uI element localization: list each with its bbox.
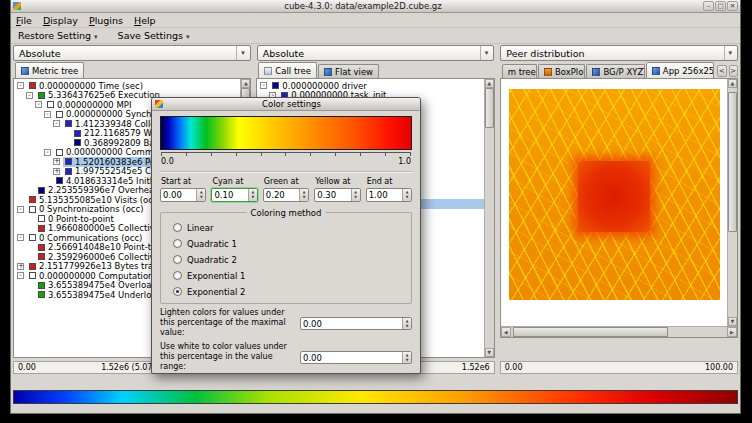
tab-scroll-right-icon[interactable]: >: [729, 65, 738, 77]
scrollbar-track[interactable]: [511, 327, 727, 337]
restore-setting-label: Restore Setting: [18, 30, 91, 41]
radio-quadratic-1[interactable]: Quadratic 1: [173, 237, 399, 250]
spinner-arrows-icon[interactable]: [196, 189, 205, 201]
collapse-icon[interactable]: -: [17, 234, 24, 241]
call-vertical-scrollbar[interactable]: ▲ ▼: [484, 79, 494, 357]
radio-icon[interactable]: [173, 223, 182, 232]
label-line: Lighten colors for values under: [160, 308, 292, 318]
spinner-arrows-icon[interactable]: [402, 189, 411, 201]
call-value-mode-select[interactable]: Absolute: [257, 45, 495, 61]
tab-scroll-left-icon[interactable]: <: [717, 65, 726, 77]
toolbar: Restore Setting Save Settings: [11, 28, 740, 44]
radio-icon[interactable]: [173, 271, 182, 280]
cyan-at-spinbox[interactable]: 0.10: [211, 188, 257, 202]
white-label: Use white to color values under this per…: [160, 342, 292, 372]
tab-metric-tree[interactable]: Metric tree: [15, 62, 84, 78]
tab-label: App 256x256: [663, 66, 714, 76]
tab-system-tree[interactable]: m tree: [502, 64, 537, 78]
expand-icon[interactable]: +: [17, 263, 24, 270]
collapse-icon[interactable]: -: [35, 101, 42, 108]
spin-value: 0.30: [315, 189, 350, 201]
app-icon: [13, 2, 21, 10]
collapse-icon[interactable]: -: [26, 92, 33, 99]
call-tree-icon: [264, 67, 272, 75]
collapse-icon[interactable]: -: [17, 206, 24, 213]
tree-item-label: 1.520160383e6 Po...: [75, 157, 163, 167]
scrollbar-thumb[interactable]: [728, 92, 737, 232]
maximize-button[interactable]: □: [715, 1, 726, 11]
severity-box: [56, 149, 63, 156]
severity-box: [74, 130, 81, 137]
spinner-arrows-icon[interactable]: [402, 352, 411, 363]
titlebar[interactable]: cube-4.3.0: data/example2D.cube.gz – □ ✕: [11, 0, 740, 13]
collapse-icon[interactable]: -: [17, 272, 24, 279]
green-at-spinbox[interactable]: 0.20: [263, 188, 309, 202]
radio-linear[interactable]: Linear: [173, 221, 399, 234]
tab-boxplot[interactable]: BoxPlot: [538, 64, 586, 78]
spin-value: 0.00: [301, 352, 402, 363]
scroll-right-icon[interactable]: ▶: [727, 327, 737, 337]
scroll-left-icon[interactable]: ◀: [501, 327, 511, 337]
lighten-spinbox[interactable]: 0.00: [300, 317, 412, 330]
tab-bgp-xyzt[interactable]: BG/P XYZT: [586, 64, 644, 78]
radio-exponential-2[interactable]: Exponential 2: [173, 285, 399, 298]
heatmap-canvas[interactable]: [501, 79, 727, 326]
tab-call-tree[interactable]: Call tree: [258, 62, 317, 78]
scroll-down-icon[interactable]: ▼: [485, 348, 494, 357]
spinner-arrows-icon[interactable]: [351, 189, 360, 201]
scrollbar-track[interactable]: [485, 88, 494, 348]
flat-view-icon: [324, 68, 332, 76]
app-256x256-heatmap[interactable]: [509, 89, 720, 300]
severity-box: [38, 291, 45, 298]
start-at-spinbox[interactable]: 0.00: [160, 188, 206, 202]
scrollbar-track[interactable]: [728, 88, 737, 317]
severity-box: [38, 215, 45, 222]
system-horizontal-scrollbar[interactable]: ◀ ▶: [501, 326, 737, 337]
collapse-icon[interactable]: -: [17, 82, 24, 89]
tab-app-256x256[interactable]: App 256x256: [646, 62, 714, 78]
tab-flat-view[interactable]: Flat view: [318, 64, 379, 78]
radio-exponential-1[interactable]: Exponential 1: [173, 269, 399, 282]
dialog-titlebar[interactable]: Color settings: [152, 98, 420, 111]
severity-box: [38, 244, 45, 251]
expand-icon[interactable]: +: [53, 168, 60, 175]
selected-value: Absolute: [19, 48, 61, 59]
scroll-down-icon[interactable]: ▼: [728, 317, 737, 326]
restore-setting-button[interactable]: Restore Setting: [18, 30, 98, 41]
scroll-up-icon[interactable]: ▲: [485, 79, 494, 88]
menu-display[interactable]: Display: [43, 15, 78, 26]
collapse-icon[interactable]: -: [44, 111, 51, 118]
menu-plugins[interactable]: Plugins: [89, 15, 123, 26]
scrollbar-thumb[interactable]: [513, 327, 669, 337]
collapse-icon[interactable]: -: [260, 82, 267, 89]
spinner-arrows-icon[interactable]: [402, 318, 411, 329]
chevron-down-icon: [236, 46, 245, 60]
expand-icon[interactable]: +: [53, 158, 60, 165]
spinner-arrows-icon[interactable]: [248, 189, 257, 201]
collapse-icon[interactable]: -: [53, 120, 60, 127]
save-settings-button[interactable]: Save Settings: [118, 30, 190, 41]
end-at-spinbox[interactable]: 1.00: [366, 188, 412, 202]
menu-help[interactable]: Help: [134, 15, 156, 26]
tree-row[interactable]: -0.000000000 driver: [257, 81, 483, 91]
separator: [160, 171, 412, 173]
scrollbar-thumb[interactable]: [485, 88, 494, 128]
radio-icon[interactable]: [173, 287, 182, 296]
radio-icon[interactable]: [173, 239, 182, 248]
collapse-icon[interactable]: -: [44, 149, 51, 156]
radio-icon[interactable]: [173, 255, 182, 264]
system-vertical-scrollbar[interactable]: ▲ ▼: [727, 79, 737, 326]
tree-row[interactable]: -0.000000000 Time (sec): [14, 81, 240, 91]
yellow-at-spinbox[interactable]: 0.30: [314, 188, 360, 202]
spinner-arrows-icon[interactable]: [299, 189, 308, 201]
close-button[interactable]: ✕: [727, 1, 738, 11]
system-value-mode-select[interactable]: Peer distribution: [500, 45, 738, 61]
white-spinbox[interactable]: 0.00: [300, 351, 412, 364]
menu-file[interactable]: File: [16, 15, 32, 26]
scroll-up-icon[interactable]: ▲: [241, 79, 250, 88]
radio-quadratic-2[interactable]: Quadratic 2: [173, 253, 399, 266]
label-line: this percentage of the maximal value:: [160, 318, 292, 338]
scroll-up-icon[interactable]: ▲: [728, 79, 737, 88]
minimize-button[interactable]: –: [703, 1, 714, 11]
metric-value-mode-select[interactable]: Absolute: [13, 45, 251, 61]
